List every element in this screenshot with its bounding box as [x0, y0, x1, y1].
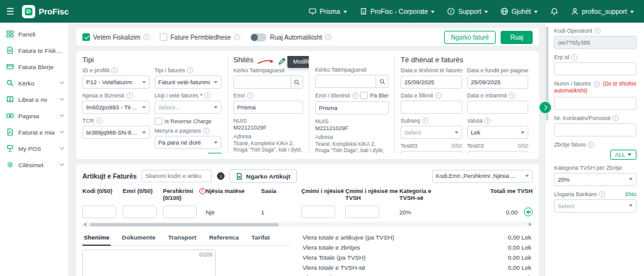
tab-transport[interactable]: Transport — [167, 231, 197, 245]
sidebar-item-kerko[interactable]: Kërko — [0, 75, 69, 91]
scroll-right-icon[interactable] — [529, 223, 531, 226]
payment-icon — [6, 112, 14, 119]
fature-permbledhese-option[interactable]: Fature Permbledhese — [160, 33, 240, 41]
discount-vat-category-select[interactable]: 20% — [554, 173, 636, 186]
pos-terminal-icon — [6, 145, 14, 152]
col-header-cmimi: Çmimi i njësisë — [301, 188, 345, 195]
add-payment-means-button[interactable]: Shto + — [208, 153, 221, 154]
erp-id-input[interactable] — [554, 62, 636, 75]
menu-company[interactable]: Prisma — [309, 8, 347, 15]
tab-shenime[interactable]: Shenime — [82, 231, 111, 246]
subseq-select[interactable]: Select — [401, 126, 462, 139]
reverse-charge-checkbox[interactable] — [155, 118, 162, 125]
end-date-input[interactable] — [467, 101, 529, 114]
contract-number-input[interactable] — [554, 123, 636, 136]
scrollbar-thumb[interactable] — [90, 223, 279, 226]
sidebar-item-paneli[interactable]: Paneli — [0, 26, 69, 42]
seller-search-input[interactable] — [233, 75, 291, 89]
invoice-number-input[interactable] — [554, 97, 636, 110]
currency-select[interactable]: Lek — [467, 126, 529, 139]
scan-item-code-input[interactable] — [142, 170, 212, 182]
sidebar-item-fatura-blerje[interactable]: Fatura Blerje — [0, 58, 69, 75]
sidebar: Paneli Fatura te Fiskalizuara Fatura Ble… — [0, 23, 69, 276]
items-title: Artikujt e Faturës — [82, 172, 136, 180]
sidebar-item-my-pos[interactable]: My POS — [0, 140, 69, 157]
invoice-type-select[interactable]: Faturë vetë-faturimi — [155, 75, 222, 89]
test03-input-2[interactable] — [467, 151, 529, 154]
info-circle-icon — [447, 8, 455, 15]
note-textarea[interactable] — [82, 250, 216, 276]
test03-input-1[interactable] — [401, 151, 462, 154]
sidebar-item-fatura-te-fiskalizuara[interactable]: Fatura te Fiskalizuara — [0, 42, 69, 58]
seller-name-input[interactable] — [233, 101, 303, 114]
total-row: Vlera totale e artikujve (pa TVSH)0,00 L… — [303, 232, 531, 242]
item-unit-price-input[interactable] — [301, 206, 335, 218]
chevron-down-icon — [343, 11, 347, 13]
add-item-icon[interactable] — [524, 207, 533, 216]
reverse-charge-option[interactable]: Is Reverse Charge — [155, 118, 222, 125]
horizontal-scrollbar[interactable] — [82, 222, 533, 227]
vetem-fiskalizim-option[interactable]: Vetëm Fiskalizim — [82, 33, 150, 41]
tcr-select[interactable]: te389jq988-SN-862404-0... — [82, 126, 150, 139]
info-icon — [599, 191, 605, 197]
warning-icon — [199, 188, 206, 194]
bank-account-select[interactable]: Select — [554, 199, 636, 213]
autosave-toggle[interactable] — [250, 33, 267, 41]
scroll-left-icon[interactable] — [84, 223, 86, 226]
buyer-address-value: Tiranë, Kompleksi KIKA 2, Rruga "Tish Da… — [315, 141, 389, 154]
discount-all-button[interactable]: ALL — [610, 150, 636, 160]
pa-bleres-checkbox[interactable] — [360, 92, 368, 99]
buyer-search-input[interactable] — [315, 75, 376, 88]
sidebar-item-faturat-e-mia[interactable]: Faturat e mia — [0, 124, 69, 140]
upload-items-button[interactable]: Ngarko Artikujt — [230, 169, 296, 183]
buyer-name-input[interactable] — [315, 101, 389, 114]
menu-corporate[interactable]: ProFisc - Corporate — [360, 8, 435, 15]
save-button[interactable]: Ruaj — [501, 31, 533, 44]
note-char-counter: 0/200 — [199, 251, 213, 258]
invoice-data-title: Të dhënat e faturës — [401, 56, 528, 63]
pa-bleres-option[interactable]: Pa Blerës — [360, 92, 389, 99]
add-bank-account-link[interactable]: Shto — [625, 191, 636, 197]
topbar: ☰ ProFisc Prisma ProFisc - Corporate Sup… — [0, 0, 644, 23]
visible-columns-select[interactable]: Kodi,Emri ,Pershkrimi ,Njësia ... — [432, 170, 533, 183]
item-code-input[interactable] — [82, 206, 116, 218]
upload-invoice-button[interactable]: Ngarko faturë — [444, 31, 496, 44]
item-description-input[interactable] — [163, 206, 197, 218]
tab-tarifat[interactable]: Tarifat — [250, 231, 271, 245]
vetem-fiskalizim-checkbox[interactable] — [82, 33, 90, 41]
profile-id-select[interactable]: P12 - Vetëfaturim — [82, 75, 150, 89]
item-unit-price-vat-input[interactable] — [345, 206, 379, 218]
buyer-search-button[interactable] — [376, 75, 389, 88]
item-name-input[interactable] — [123, 206, 157, 218]
sidebar-item-librat-e-mi[interactable]: Librat e mi — [0, 91, 69, 108]
menu-user[interactable]: profisc_support — [571, 8, 634, 15]
edit-seller-icon[interactable] — [278, 57, 286, 65]
tab-referenca[interactable]: Referenca — [208, 231, 240, 245]
book-icon — [6, 96, 14, 103]
hamburger-menu-icon[interactable]: ☰ — [6, 7, 14, 16]
tab-dokumente[interactable]: Dokumente — [121, 231, 157, 245]
seller-annotation: Modifiko Shitësin — [257, 56, 309, 68]
ruaj-automatikisht-option[interactable]: Ruaj Automatikisht — [250, 33, 331, 41]
notifications-button[interactable] — [550, 8, 558, 16]
business-unit-select[interactable]: lm602po993 - Tiranë, Ko... — [82, 101, 150, 114]
menu-support[interactable]: Support — [447, 8, 488, 15]
profisc-logo-icon — [22, 5, 35, 18]
sidebar-item-pagesa[interactable]: Pagesa — [0, 108, 69, 124]
due-date-input[interactable] — [467, 75, 529, 89]
app-logo[interactable]: ProFisc — [22, 5, 69, 18]
payment-method-select[interactable]: Pa para në dorë — [155, 136, 222, 149]
chevron-down-icon — [142, 81, 146, 84]
self-invoice-type-select[interactable]: Select... — [155, 101, 222, 114]
seller-search-button[interactable] — [291, 75, 303, 89]
fature-permbledhese-checkbox[interactable] — [160, 33, 167, 41]
seller-search — [233, 75, 303, 89]
sidebar-item-cilesimet[interactable]: Cilësimet — [0, 157, 69, 173]
collapse-panel-button[interactable] — [538, 101, 552, 114]
menu-language[interactable]: Gjuhët — [501, 8, 538, 15]
start-date-input[interactable] — [401, 101, 462, 114]
info-icon — [435, 92, 441, 99]
info-icon — [509, 92, 515, 99]
issue-date-input[interactable] — [401, 75, 462, 89]
info-icon — [143, 34, 150, 40]
